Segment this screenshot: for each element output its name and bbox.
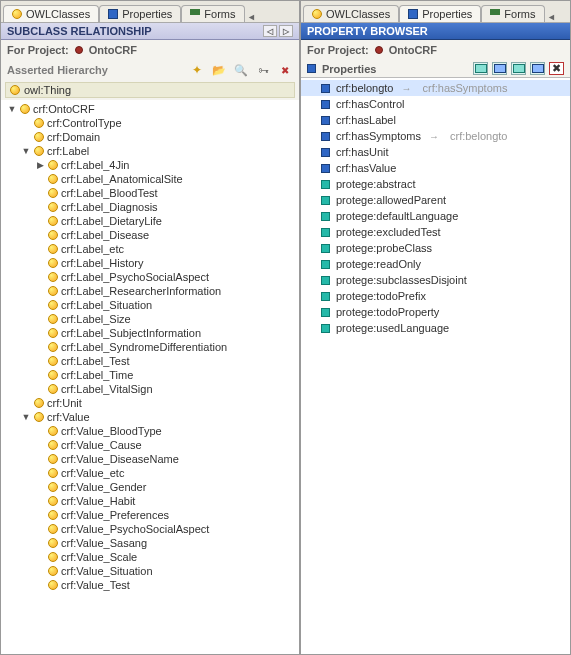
tab-properties[interactable]: Properties [399,5,481,22]
node-label: crf:Label_Situation [61,299,152,311]
property-item[interactable]: protege:readOnly [301,256,570,272]
tab-owl-classes[interactable]: OWLClasses [303,5,399,22]
tree-node[interactable]: crf:Value_Scale [33,550,299,564]
tree-node[interactable]: crf:Value_PsychoSocialAspect [33,522,299,536]
property-item[interactable]: crf:belongto→crf:hasSymptoms [301,80,570,96]
tabbar-right: OWLClasses Properties Forms ◄ [301,1,570,23]
search-icon[interactable] [233,62,249,78]
tree-node[interactable]: crf:Value_Test [33,578,299,592]
section-title: SUBCLASS RELATIONSHIP [7,25,152,37]
class-icon [48,454,58,464]
object-property-icon [321,164,330,173]
tree-node[interactable]: crf:Label_AnatomicalSite [33,172,299,186]
new-subclass-icon[interactable] [211,62,227,78]
properties-pane: OWLClasses Properties Forms ◄ PROPERTY B… [300,0,571,655]
property-item[interactable]: protege:excludedTest [301,224,570,240]
tree-node[interactable]: crf:Domain [19,130,299,144]
property-item[interactable]: protege:defaultLanguage [301,208,570,224]
tree-node[interactable]: crf:Label_Diagnosis [33,200,299,214]
property-name: protege:probeClass [336,242,432,254]
annotation-property-icon [321,180,330,189]
tree-node[interactable]: crf:Value_Habit [33,494,299,508]
tree-node[interactable]: crf:Label_Disease [33,228,299,242]
class-icon [48,384,58,394]
tab-owl-classes[interactable]: OWLClasses [3,5,99,22]
collapse-icon[interactable]: ▼ [21,146,31,156]
expand-icon[interactable]: ▶ [35,160,45,170]
property-name: crf:hasControl [336,98,404,110]
tree-node[interactable]: crf:Label_SyndromeDifferentiation [33,340,299,354]
tab-forms[interactable]: Forms [181,5,244,22]
tree-node[interactable]: crf:Value_Cause [33,438,299,452]
tree-node[interactable]: crf:Label_PsychoSocialAspect [33,270,299,284]
create-object-property-icon[interactable] [473,62,488,75]
tree-node[interactable]: crf:Label_etc [33,242,299,256]
class-icon [48,468,58,478]
tree-node[interactable]: ▶crf:Label_4Jin [33,158,299,172]
property-item[interactable]: crf:hasSymptoms→crf:belongto [301,128,570,144]
property-item[interactable]: protege:probeClass [301,240,570,256]
create-datatype-property-icon[interactable] [492,62,507,75]
tab-forms[interactable]: Forms [481,5,544,22]
tree-node[interactable]: crf:Value_Preferences [33,508,299,522]
property-item[interactable]: protege:subclassesDisjoint [301,272,570,288]
tree-node[interactable]: crf:Value_Situation [33,564,299,578]
node-label: crf:Label [47,145,89,157]
tree-node[interactable]: crf:Unit [19,396,299,410]
project-icon [75,46,83,54]
tree-node[interactable]: crf:Label_History [33,256,299,270]
class-icon [48,286,58,296]
annotation-property-icon [321,276,330,285]
property-item[interactable]: protege:todoPrefix [301,288,570,304]
tree-node[interactable]: crf:Value_Sasang [33,536,299,550]
tree-node[interactable]: ▼crf:Value [19,410,299,424]
properties-list-header: Properties ✖ [301,60,570,78]
tab-properties[interactable]: Properties [99,5,181,22]
tree-node[interactable]: crf:Label_SubjectInformation [33,326,299,340]
tree-node[interactable]: crf:Value_Gender [33,480,299,494]
project-line: For Project: OntoCRF [301,40,570,60]
root-thing[interactable]: owl:Thing [5,82,295,98]
property-item[interactable]: crf:hasLabel [301,112,570,128]
delete-property-icon[interactable]: ✖ [549,62,564,75]
tree-node[interactable]: ▼ crf:OntoCRF [5,102,299,116]
tree-node[interactable]: crf:Value_DiseaseName [33,452,299,466]
create-subproperty-icon[interactable] [511,62,526,75]
tree-node[interactable]: crf:Label_VitalSign [33,382,299,396]
tree-node[interactable]: crf:Label_DietaryLife [33,214,299,228]
tree-node[interactable]: crf:Value_etc [33,466,299,480]
collapse-icon[interactable]: ▼ [21,412,31,422]
tree-node[interactable]: crf:ControlType [19,116,299,130]
nav-next[interactable]: ▷ [279,25,293,37]
collapse-icon[interactable]: ▼ [7,104,17,114]
project-label: For Project: [7,44,69,56]
object-property-icon [321,132,330,141]
tree-node[interactable]: crf:Value_BloodType [33,424,299,438]
tab-scroll-left[interactable]: ◄ [545,12,559,22]
tree-node[interactable]: ▼crf:Label [19,144,299,158]
property-item[interactable]: crf:hasValue [301,160,570,176]
property-item[interactable]: crf:hasUnit [301,144,570,160]
node-label: crf:Label_BloodTest [61,187,158,199]
tree-node[interactable]: crf:Label_ResearcherInformation [33,284,299,298]
create-annotation-property-icon[interactable] [530,62,545,75]
delete-icon[interactable] [277,62,293,78]
new-class-icon[interactable] [189,62,205,78]
key-icon[interactable] [255,62,271,78]
property-name: protege:abstract [336,178,416,190]
tree-node[interactable]: crf:Label_BloodTest [33,186,299,200]
tab-scroll-left[interactable]: ◄ [245,12,259,22]
property-item[interactable]: protege:usedLanguage [301,320,570,336]
tree-node[interactable]: crf:Label_Test [33,354,299,368]
tree-node[interactable]: crf:Label_Situation [33,298,299,312]
nav-prev[interactable]: ◁ [263,25,277,37]
property-item[interactable]: protege:allowedParent [301,192,570,208]
tree-node[interactable]: crf:Label_Time [33,368,299,382]
property-item[interactable]: crf:hasControl [301,96,570,112]
property-item[interactable]: protege:abstract [301,176,570,192]
property-item[interactable]: protege:todoProperty [301,304,570,320]
tree-node[interactable]: crf:Label_Size [33,312,299,326]
property-icon [108,9,118,19]
hierarchy-label: Asserted Hierarchy [7,64,108,76]
node-label: crf:Value_Sasang [61,537,147,549]
